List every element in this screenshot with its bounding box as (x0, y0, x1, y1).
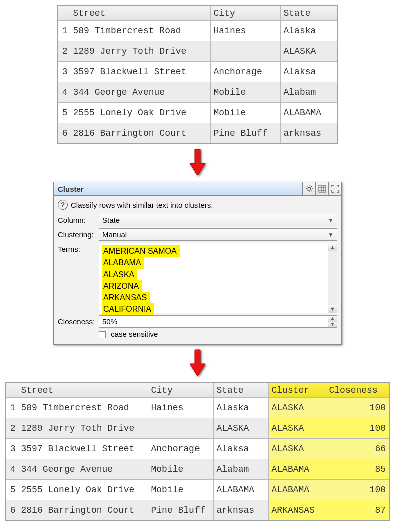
col-header-street[interactable]: Street (18, 383, 148, 398)
result-table: Street City State Cluster Closeness 1 58… (5, 382, 390, 521)
cell-cluster[interactable]: ALABAMA (268, 480, 326, 500)
cell-cluster[interactable]: ALASKA (268, 418, 326, 439)
cell-city[interactable]: Mobile (210, 82, 280, 103)
row-number: 3 (6, 439, 18, 459)
label-closeness: Closeness: (58, 315, 99, 326)
spin-up-icon[interactable]: ▲ (328, 316, 337, 322)
case-sensitive-checkbox[interactable] (99, 331, 106, 338)
cell-city[interactable]: Mobile (148, 459, 213, 480)
scrollbar[interactable]: ▲ ▼ (328, 243, 337, 313)
svg-line-5 (307, 186, 308, 187)
col-header-city[interactable]: City (210, 6, 280, 21)
table-view-button[interactable] (315, 182, 328, 195)
table-row[interactable]: 3 3597 Blackwell Street Anchorage Alaksa… (6, 439, 389, 459)
cell-cluster[interactable]: ARKANSAS (268, 500, 326, 521)
table-row[interactable]: 2 1289 Jerry Toth Drive ALASKA ALASKA 10… (6, 418, 389, 439)
col-header-cluster[interactable]: Cluster (268, 383, 326, 398)
cell-closeness[interactable]: 87 (326, 500, 389, 521)
cell-city[interactable] (148, 418, 213, 439)
row-number: 4 (6, 459, 18, 480)
col-header-state[interactable]: State (213, 383, 268, 398)
table-row[interactable]: 5 2555 Lonely Oak Drive Mobile ALABAMA (58, 103, 337, 123)
clustering-select-value: Manual (102, 230, 127, 239)
cell-street[interactable]: 589 Timbercrest Road (18, 398, 148, 418)
cell-city[interactable]: Haines (148, 398, 213, 418)
cell-city[interactable]: Pine Bluff (210, 123, 280, 144)
table-row[interactable]: 6 2816 Barrington Court Pine Bluff arkns… (58, 123, 337, 144)
cell-city[interactable]: Pine Bluff (148, 500, 213, 521)
expand-button[interactable] (328, 182, 341, 195)
svg-point-0 (308, 187, 311, 190)
cell-state[interactable]: arknsas (280, 123, 337, 144)
settings-button[interactable] (302, 182, 315, 195)
cell-city[interactable]: Anchorage (148, 439, 213, 459)
corner-cell (6, 383, 18, 398)
cell-state[interactable]: Alaska (213, 398, 268, 418)
terms-textarea[interactable]: AMERICAN SAMOA ALABAMA ALASKA ARIZONA AR… (99, 243, 337, 313)
table-row[interactable]: 3 3597 Blackwell Street Anchorage Alaksa (58, 62, 337, 82)
cell-street[interactable]: 3597 Blackwell Street (18, 439, 148, 459)
cell-closeness[interactable]: 100 (326, 480, 389, 500)
cell-closeness[interactable]: 100 (326, 418, 389, 439)
term-item: AMERICAN SAMOA (102, 245, 180, 257)
cell-state[interactable]: Alabam (280, 82, 337, 103)
cell-cluster[interactable]: ALASKA (268, 398, 326, 418)
label-column: Column: (58, 214, 99, 224)
row-number: 5 (58, 103, 70, 123)
svg-line-6 (311, 191, 312, 192)
cell-cluster[interactable]: ALASKA (268, 439, 326, 459)
cell-city[interactable]: Mobile (210, 103, 280, 123)
cell-state[interactable]: ALASKA (213, 418, 268, 439)
cell-street[interactable]: 2816 Barrington Court (70, 123, 210, 144)
col-header-city[interactable]: City (148, 383, 213, 398)
cell-state[interactable]: ALASKA (280, 41, 337, 62)
cell-state[interactable]: Alaksa (213, 439, 268, 459)
table-row[interactable]: 1 589 Timbercrest Road Haines Alaska ALA… (6, 398, 389, 418)
table-row[interactable]: 6 2816 Barrington Court Pine Bluff arkns… (6, 500, 389, 521)
table-row[interactable]: 4 344 George Avenue Mobile Alabam (58, 82, 337, 103)
cell-street[interactable]: 1289 Jerry Toth Drive (18, 418, 148, 439)
cell-street[interactable]: 344 George Avenue (70, 82, 210, 103)
col-header-state[interactable]: State (280, 6, 337, 21)
cluster-panel: Cluster (53, 182, 342, 345)
cell-city[interactable]: Haines (210, 21, 280, 41)
cell-state[interactable]: ALABAMA (213, 480, 268, 500)
column-select[interactable]: State ▼ (99, 214, 337, 226)
col-header-street[interactable]: Street (70, 6, 210, 21)
table-row[interactable]: 2 1289 Jerry Toth Drive ALASKA (58, 41, 337, 62)
cell-state[interactable]: Alabam (213, 459, 268, 480)
table-row[interactable]: 4 344 George Avenue Mobile Alabam ALABAM… (6, 459, 389, 480)
col-header-closeness[interactable]: Closeness (326, 383, 389, 398)
cell-city[interactable]: Anchorage (210, 62, 280, 82)
clustering-select[interactable]: Manual ▼ (99, 228, 337, 241)
help-icon[interactable]: ? (58, 200, 68, 210)
table-row[interactable]: 5 2555 Lonely Oak Drive Mobile ALABAMA A… (6, 480, 389, 500)
scroll-down-icon[interactable]: ▼ (328, 305, 337, 313)
cell-closeness[interactable]: 100 (326, 398, 389, 418)
label-terms: Terms: (58, 243, 99, 253)
scroll-up-icon[interactable]: ▲ (328, 243, 337, 251)
gear-icon (305, 185, 313, 193)
cell-closeness[interactable]: 85 (326, 459, 389, 480)
cell-cluster[interactable]: ALABAMA (268, 459, 326, 480)
cell-city[interactable] (210, 41, 280, 62)
term-item: ARKANSAS (102, 292, 150, 303)
cell-city[interactable]: Mobile (148, 480, 213, 500)
arrow-down-icon (189, 349, 206, 377)
cell-street[interactable]: 589 Timbercrest Road (70, 21, 210, 41)
cell-state[interactable]: Alaksa (280, 62, 337, 82)
cell-street[interactable]: 2555 Lonely Oak Drive (70, 103, 210, 123)
spin-down-icon[interactable]: ▼ (328, 322, 337, 328)
cell-state[interactable]: arknsas (213, 500, 268, 521)
cell-street[interactable]: 3597 Blackwell Street (70, 62, 210, 82)
cell-closeness[interactable]: 66 (326, 439, 389, 459)
cell-street[interactable]: 344 George Avenue (18, 459, 148, 480)
svg-line-7 (307, 191, 308, 192)
cell-street[interactable]: 2816 Barrington Court (18, 500, 148, 521)
cell-state[interactable]: ALABAMA (280, 103, 337, 123)
cell-street[interactable]: 1289 Jerry Toth Drive (70, 41, 210, 62)
table-row[interactable]: 1 589 Timbercrest Road Haines Alaska (58, 21, 337, 41)
cell-state[interactable]: Alaska (280, 21, 337, 41)
closeness-spinner[interactable]: 50% ▲ ▼ (99, 315, 337, 328)
cell-street[interactable]: 2555 Lonely Oak Drive (18, 480, 148, 500)
